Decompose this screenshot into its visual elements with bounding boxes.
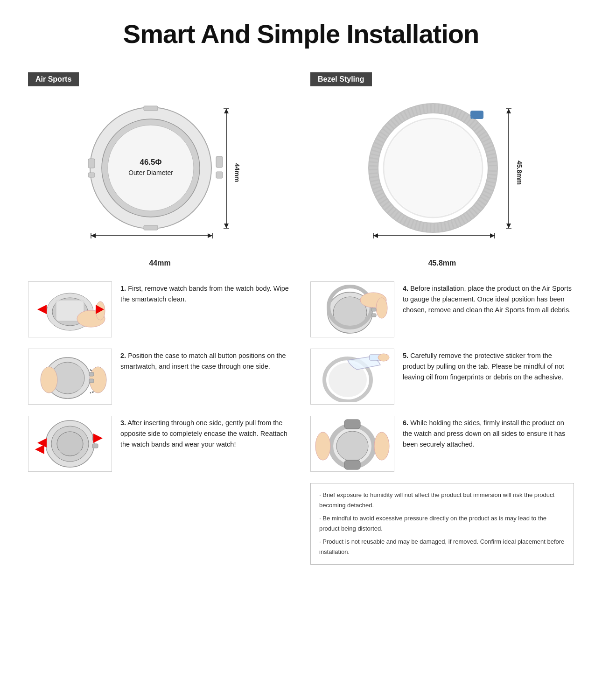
svg-marker-21 (224, 224, 229, 228)
note-3: · Product is not reusable and may be dam… (319, 537, 565, 557)
svg-point-76 (374, 432, 389, 460)
step-2-row: 2. Position the case to match all button… (28, 349, 292, 405)
step-3-illustration (30, 416, 110, 472)
step-4-illustration (313, 284, 392, 335)
svg-marker-42 (93, 434, 103, 443)
svg-marker-18 (91, 233, 96, 238)
step-6-image (310, 416, 394, 472)
svg-marker-56 (506, 109, 511, 113)
step-6-illustration (313, 416, 392, 472)
svg-point-32 (41, 367, 57, 393)
step-1-row: 1. First, remove watch bands from the wa… (28, 281, 292, 337)
svg-point-72 (336, 431, 368, 461)
svg-rect-33 (89, 372, 94, 376)
step-5-row: 5. Carefully remove the protective stick… (310, 349, 574, 405)
air-sports-diagram: 46.5Φ Outer Diameter 44mm (28, 96, 292, 254)
svg-point-37 (57, 432, 83, 456)
svg-point-69 (378, 354, 389, 361)
bezel-svg: 45.8mm (354, 96, 531, 254)
step-1-image (28, 281, 112, 337)
svg-marker-52 (490, 233, 495, 238)
svg-text:45.8mm: 45.8mm (516, 161, 522, 185)
svg-marker-19 (208, 233, 212, 238)
air-sports-steps: 1. First, remove watch bands from the wa… (28, 281, 292, 472)
svg-rect-64 (371, 308, 376, 311)
svg-rect-8 (144, 225, 158, 230)
two-column-layout: Air Sports (28, 72, 574, 565)
note-1: · Brief exposure to humidity will not af… (319, 490, 565, 511)
svg-marker-57 (506, 224, 511, 228)
svg-text:Outer Diameter: Outer Diameter (128, 169, 173, 176)
svg-rect-65 (371, 314, 376, 317)
svg-marker-41 (35, 445, 44, 454)
svg-rect-46 (470, 111, 483, 119)
step-1-text: 1. First, remove watch bands from the wa… (120, 281, 292, 305)
step-3-image (28, 416, 112, 472)
step-1-illustration (30, 284, 110, 335)
step-3-text: 3. After inserting through one side, gen… (120, 416, 292, 450)
svg-point-63 (376, 298, 387, 318)
step-6-row: 6. While holding the sides, firmly insta… (310, 416, 574, 472)
watch-case-drawing: 46.5Φ Outer Diameter 44mm (71, 96, 239, 245)
svg-text:44mm: 44mm (233, 163, 239, 182)
bezel-styling-label: Bezel Styling (310, 72, 574, 96)
page: Smart And Simple Installation Air Sports (0, 0, 602, 700)
svg-point-75 (315, 432, 330, 460)
note-2: · Be mindful to avoid excessive pressure… (319, 513, 565, 534)
bezel-steps: 4. Before installation, place the produc… (310, 281, 574, 565)
svg-rect-3 (88, 159, 95, 168)
air-sports-horiz-dim: 44mm (28, 259, 292, 267)
step-5-image (310, 349, 394, 405)
step-5-illustration (313, 351, 392, 402)
svg-marker-51 (373, 233, 378, 238)
step-5-text: 5. Carefully remove the protective stick… (403, 349, 574, 383)
step-4-image (310, 281, 394, 337)
svg-rect-5 (216, 156, 223, 168)
bezel-drawing: 45.8mm (354, 96, 522, 245)
watch-case-svg: 46.5Φ Outer Diameter 44mm (71, 96, 249, 254)
step-2-illustration (30, 351, 110, 402)
step-4-row: 4. Before installation, place the produc… (310, 281, 574, 337)
svg-rect-74 (344, 460, 360, 469)
bezel-horiz-dim: 45.8mm (310, 259, 574, 267)
step-6-text: 6. While holding the sides, firmly insta… (403, 416, 574, 450)
svg-rect-73 (344, 420, 360, 429)
svg-text:46.5Φ: 46.5Φ (140, 158, 161, 167)
step-2-image (28, 349, 112, 405)
svg-marker-20 (224, 109, 229, 113)
right-column: Bezel Styling (310, 72, 574, 565)
left-column: Air Sports (28, 72, 292, 565)
svg-rect-34 (89, 379, 94, 383)
svg-rect-6 (216, 172, 223, 178)
notes-box: · Brief exposure to humidity will not af… (310, 483, 574, 565)
svg-rect-39 (92, 444, 98, 448)
step-4-text: 4. Before installation, place the produc… (403, 281, 574, 316)
svg-point-2 (108, 125, 194, 211)
svg-point-45 (385, 119, 482, 217)
air-sports-label: Air Sports (28, 72, 292, 96)
svg-rect-4 (88, 173, 95, 177)
step-2-text: 2. Position the case to match all button… (120, 349, 292, 372)
svg-rect-7 (144, 106, 158, 111)
bezel-diagram: 45.8mm (310, 96, 574, 254)
svg-marker-24 (37, 305, 47, 314)
step-3-row: 3. After inserting through one side, gen… (28, 416, 292, 472)
page-title: Smart And Simple Installation (28, 19, 574, 49)
